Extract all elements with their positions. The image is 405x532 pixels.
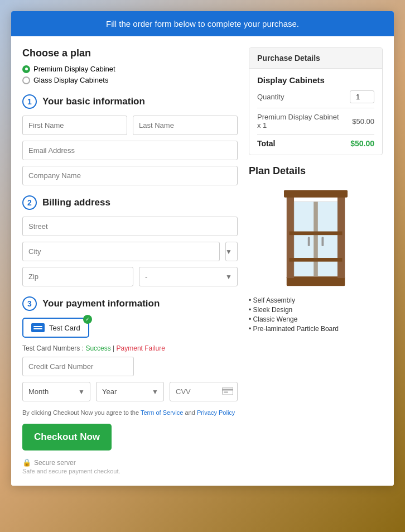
section1-number: 1	[22, 94, 37, 109]
main-container: Fill the order form below to complete yo…	[11, 11, 394, 486]
lock-icon: 🔒	[22, 458, 31, 467]
right-panel: Purchase Details Display Cabinets Quanti…	[249, 47, 383, 475]
svg-rect-0	[223, 387, 233, 395]
svg-rect-1	[222, 389, 233, 390]
terms-row: By clicking Checkout Now you agree to th…	[22, 409, 238, 416]
plan-glass-label: Glass Display Cabinets	[33, 76, 108, 84]
success-link[interactable]: Success	[85, 344, 110, 352]
feature-4: Pre-laminated Particle Board	[249, 325, 383, 333]
terms-prefix: By clicking Checkout Now you agree to th…	[22, 409, 141, 416]
last-name-input[interactable]	[133, 116, 238, 135]
month-select[interactable]: Month	[22, 382, 90, 401]
secure-label: Secure server	[34, 459, 76, 467]
card-label: Test Card	[49, 324, 80, 332]
cabinet-image	[277, 184, 355, 290]
choose-plan-section: Choose a plan Premium Display Cabinet Gl…	[22, 47, 238, 84]
section2-title: Billing address	[42, 197, 110, 208]
quantity-row: Quantity	[257, 90, 374, 103]
top-banner: Fill the order form below to complete yo…	[11, 11, 394, 36]
privacy-link[interactable]: Privacy Policy	[197, 409, 235, 416]
street-input[interactable]	[22, 217, 238, 236]
feature-3: Classic Wenge	[249, 315, 383, 323]
radio-glass	[22, 76, 30, 84]
year-select[interactable]: Year	[96, 382, 164, 401]
item-price: $50.00	[352, 117, 374, 126]
section3-title: Your payment information	[42, 298, 160, 309]
state-wrapper: - ▼	[139, 267, 238, 286]
section2-number: 2	[22, 195, 37, 210]
svg-rect-5	[338, 194, 345, 278]
plan-details-title: Plan Details	[249, 165, 383, 177]
svg-rect-10	[314, 202, 318, 276]
company-input[interactable]	[22, 166, 238, 185]
card-line-1	[33, 326, 42, 327]
section1-header: 1 Your basic information	[22, 94, 238, 109]
section1-title: Your basic information	[42, 96, 145, 107]
feature-1: Self Assembly	[249, 296, 383, 304]
email-input[interactable]	[22, 141, 238, 160]
country-wrapper: Country ▼	[225, 242, 238, 261]
quantity-input[interactable]	[350, 90, 374, 103]
cc-input[interactable]	[22, 357, 134, 376]
svg-rect-12	[321, 237, 324, 246]
test-card-option[interactable]: Test Card ✓	[22, 318, 89, 338]
choose-plan-title: Choose a plan	[22, 47, 238, 59]
item-label: Premium Display Cabinet x 1	[257, 113, 339, 130]
plan-details-section: Plan Details	[249, 165, 383, 333]
failure-link[interactable]: Payment Failure	[117, 344, 165, 352]
pd-divider	[257, 108, 374, 108]
country-select[interactable]: Country	[225, 242, 238, 261]
test-card-numbers-row: Test Card Numbers : Success | Payment Fa…	[22, 344, 238, 352]
tos-link[interactable]: Term of Service	[141, 409, 183, 416]
card-icon-lines	[33, 326, 42, 329]
first-name-input[interactable]	[22, 116, 127, 135]
plan-option-glass[interactable]: Glass Display Cabinets	[22, 76, 238, 84]
secure-subtext: Safe and secure payment checkout.	[22, 468, 238, 475]
svg-rect-11	[308, 237, 310, 246]
pd-divider2	[257, 134, 374, 135]
secure-info: 🔒 Secure server	[22, 458, 238, 467]
plan-features-list: Self Assembly Sleek Design Classic Wenge…	[249, 296, 383, 333]
email-row	[22, 141, 238, 160]
year-wrapper: Year ▼	[96, 382, 164, 401]
product-name: Display Cabinets	[257, 75, 374, 85]
left-panel: Choose a plan Premium Display Cabinet Gl…	[22, 47, 238, 475]
feature-2: Sleek Design	[249, 306, 383, 314]
item-row: Premium Display Cabinet x 1 $50.00	[257, 113, 374, 130]
zip-state-row: - ▼	[22, 267, 238, 286]
card-line-2	[33, 328, 42, 329]
svg-rect-3	[287, 276, 345, 286]
cvv-wrapper	[170, 382, 238, 401]
plan-option-premium[interactable]: Premium Display Cabinet	[22, 65, 238, 73]
item-qty: x 1	[257, 121, 267, 130]
svg-rect-6	[284, 190, 348, 197]
section3-header: 3 Your payment information	[22, 296, 238, 311]
total-row: Total $50.00	[257, 139, 374, 148]
cvv-card-icon	[222, 387, 233, 396]
cc-row	[22, 357, 238, 376]
test-numbers-label: Test Card Numbers :	[22, 344, 84, 352]
name-row	[22, 116, 238, 135]
purchase-details-box: Purchase Details Display Cabinets Quanti…	[249, 47, 383, 155]
banner-text: Fill the order form below to complete yo…	[106, 19, 299, 28]
checkout-button[interactable]: Checkout Now	[22, 424, 112, 450]
street-row	[22, 217, 238, 236]
card-icon	[31, 323, 45, 332]
card-check-icon: ✓	[83, 315, 92, 324]
content-area: Choose a plan Premium Display Cabinet Gl…	[11, 36, 394, 486]
plan-premium-label: Premium Display Cabinet	[33, 65, 115, 73]
company-row	[22, 166, 238, 185]
city-input[interactable]	[22, 242, 220, 261]
total-price: $50.00	[350, 139, 374, 148]
purchase-details-header: Purchase Details	[249, 48, 382, 69]
state-select[interactable]: -	[139, 267, 238, 286]
section3-number: 3	[22, 296, 37, 311]
city-country-row: Country ▼	[22, 242, 238, 261]
terms-and: and	[185, 409, 196, 416]
month-wrapper: Month ▼	[22, 382, 90, 401]
total-label: Total	[257, 139, 275, 148]
svg-rect-2	[224, 391, 228, 392]
purchase-details-body: Display Cabinets Quantity Premium Displa…	[249, 69, 382, 155]
zip-input[interactable]	[22, 267, 133, 286]
svg-rect-4	[287, 194, 294, 278]
